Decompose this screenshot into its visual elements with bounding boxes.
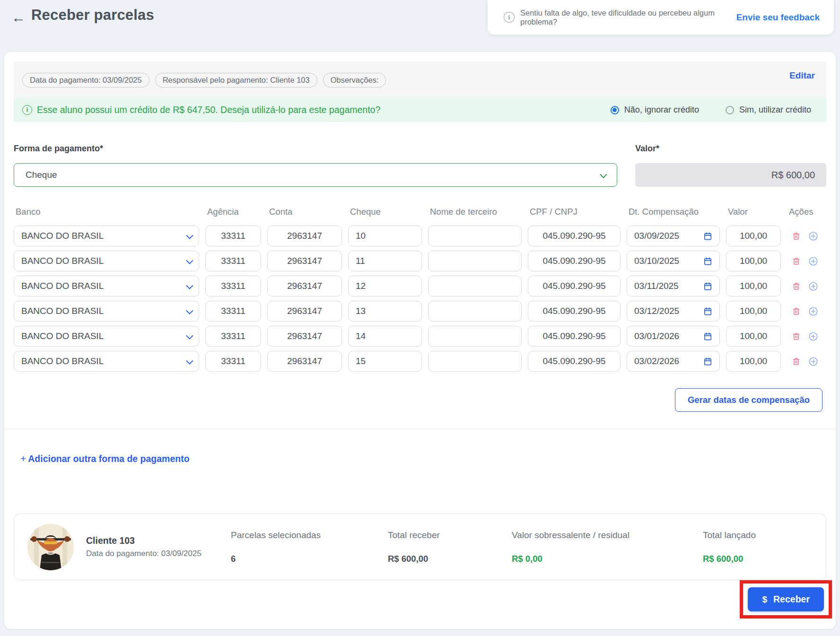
amount-input[interactable]: 100,00 (726, 251, 781, 271)
check-number-input[interactable]: 11 (348, 251, 422, 271)
agency-input[interactable]: 33311 (205, 326, 261, 347)
edit-link[interactable]: Editar (789, 70, 821, 81)
check-number-input[interactable]: 14 (348, 326, 422, 347)
delete-row-icon[interactable] (792, 256, 801, 266)
add-row-icon[interactable] (808, 306, 818, 316)
table-header-cell: Agência (205, 207, 261, 217)
amount-input[interactable]: 100,00 (726, 301, 781, 322)
calendar-icon[interactable] (703, 282, 712, 291)
add-payment-label: Adicionar outra forma de pagamento (28, 453, 189, 464)
bank-select[interactable]: BANCO DO BRASIL (14, 226, 199, 246)
clearing-date-input[interactable]: 03/12/2025 (627, 301, 720, 322)
check-number-input[interactable]: 10 (348, 226, 422, 246)
cpf-cnpj-input[interactable]: 045.090.290-95 (528, 326, 621, 347)
third-party-name-input[interactable] (428, 276, 522, 296)
cpf-cnpj-input[interactable]: 045.090.290-95 (528, 226, 621, 246)
account-input[interactable]: 2963147 (267, 326, 342, 347)
agency-input[interactable]: 33311 (205, 226, 261, 246)
cpf-cnpj-input[interactable]: 045.090.290-95 (528, 301, 621, 322)
account-input[interactable]: 2963147 (267, 301, 342, 322)
radio-label: Não, ignorar crédito (624, 105, 699, 115)
receber-parcelas-page: ← Receber parcelas i Sentiu falta de alg… (0, 0, 840, 636)
account-input[interactable]: 2963147 (267, 226, 342, 246)
agency-input[interactable]: 33311 (205, 351, 261, 372)
clearing-date-input[interactable]: 03/09/2025 (627, 226, 720, 246)
clearing-date-input[interactable]: 03/10/2025 (627, 251, 720, 271)
bank-select[interactable]: BANCO DO BRASIL (14, 251, 199, 271)
credit-radio-option[interactable]: Sim, utilizar crédito (726, 105, 811, 115)
delete-row-icon[interactable] (792, 231, 801, 241)
clearing-date-input[interactable]: 03/02/2026 (627, 351, 720, 372)
table-row: BANCO DO BRASIL 33311 2963147 10 045.090… (14, 226, 826, 246)
amount-label: Valor* (635, 144, 826, 154)
amount-input[interactable]: R$ 600,00 (635, 163, 826, 187)
stat-value: R$ 0,00 (512, 554, 703, 564)
summary-stat: Total lançado R$ 600,00 (703, 530, 813, 564)
third-party-name-input[interactable] (428, 351, 522, 372)
amount-input[interactable]: 100,00 (726, 326, 781, 347)
add-row-icon[interactable] (808, 231, 818, 241)
bank-select[interactable]: BANCO DO BRASIL (14, 301, 199, 322)
agency-input[interactable]: 33311 (205, 276, 261, 296)
add-row-icon[interactable] (808, 256, 818, 266)
bank-select[interactable]: BANCO DO BRASIL (14, 351, 199, 372)
stat-label: Total lançado (703, 530, 813, 540)
payment-method-select[interactable]: Cheque (14, 163, 617, 187)
receive-button[interactable]: $ Receber (748, 587, 824, 611)
amount-input[interactable]: 100,00 (726, 276, 781, 296)
delete-row-icon[interactable] (792, 331, 801, 341)
table-header-cell: Banco (14, 207, 199, 217)
annotation-highlight-box: $ Receber (740, 580, 832, 619)
credit-radio-option[interactable]: Não, ignorar crédito (611, 105, 699, 115)
add-row-icon[interactable] (808, 331, 818, 341)
add-payment-link[interactable]: + Adicionar outra forma de pagamento (20, 453, 190, 464)
account-input[interactable]: 2963147 (267, 276, 342, 296)
client-payment-date: Data do pagamento: 03/09/2025 (86, 549, 231, 558)
calendar-icon[interactable] (703, 357, 712, 366)
calendar-icon[interactable] (703, 332, 712, 341)
clearing-date-value: 03/02/2026 (634, 356, 679, 366)
chevron-down-icon (186, 307, 193, 314)
account-input[interactable]: 2963147 (267, 251, 342, 271)
bank-select[interactable]: BANCO DO BRASIL (14, 276, 199, 296)
agency-input[interactable]: 33311 (205, 251, 261, 271)
third-party-name-input[interactable] (428, 301, 522, 322)
cpf-cnpj-input[interactable]: 045.090.290-95 (528, 251, 621, 271)
radio-icon[interactable] (726, 106, 734, 114)
cpf-cnpj-input[interactable]: 045.090.290-95 (528, 351, 621, 372)
third-party-name-input[interactable] (428, 251, 522, 271)
delete-row-icon[interactable] (792, 306, 801, 316)
back-arrow-icon[interactable]: ← (11, 10, 26, 25)
generate-dates-button[interactable]: Gerar datas de compensação (675, 388, 822, 412)
third-party-name-input[interactable] (428, 226, 522, 246)
add-payment-section: + Adicionar outra forma de pagamento (4, 429, 836, 464)
bank-select-value: BANCO DO BRASIL (21, 231, 104, 241)
check-number-input[interactable]: 12 (348, 276, 422, 296)
delete-row-icon[interactable] (792, 357, 801, 366)
table-body: BANCO DO BRASIL 33311 2963147 10 045.090… (14, 226, 826, 372)
check-number-input[interactable]: 15 (348, 351, 422, 372)
clearing-date-input[interactable]: 03/11/2025 (627, 276, 720, 296)
stat-label: Valor sobressalente / residual (512, 530, 703, 540)
clearing-date-input[interactable]: 03/01/2026 (627, 326, 720, 347)
account-input[interactable]: 2963147 (267, 351, 342, 372)
bank-select[interactable]: BANCO DO BRASIL (14, 326, 199, 347)
amount-input[interactable]: 100,00 (726, 226, 781, 246)
third-party-name-input[interactable] (428, 326, 522, 347)
amount-input[interactable]: 100,00 (726, 351, 781, 372)
cpf-cnpj-input[interactable]: 045.090.290-95 (528, 276, 621, 296)
agency-input[interactable]: 33311 (205, 301, 261, 322)
chevron-down-icon (186, 257, 193, 264)
calendar-icon[interactable] (703, 257, 712, 266)
row-actions (787, 231, 826, 241)
calendar-icon[interactable] (703, 307, 712, 316)
calendar-icon[interactable] (703, 232, 712, 241)
radio-icon[interactable] (611, 106, 619, 114)
delete-row-icon[interactable] (792, 281, 801, 291)
add-row-icon[interactable] (808, 357, 818, 366)
check-number-input[interactable]: 13 (348, 301, 422, 322)
add-row-icon[interactable] (808, 281, 818, 291)
send-feedback-link[interactable]: Envie seu feedback (736, 12, 820, 23)
table-header-cell: Nome de terceiro (428, 207, 522, 217)
clearing-date-value: 03/10/2025 (634, 256, 679, 266)
